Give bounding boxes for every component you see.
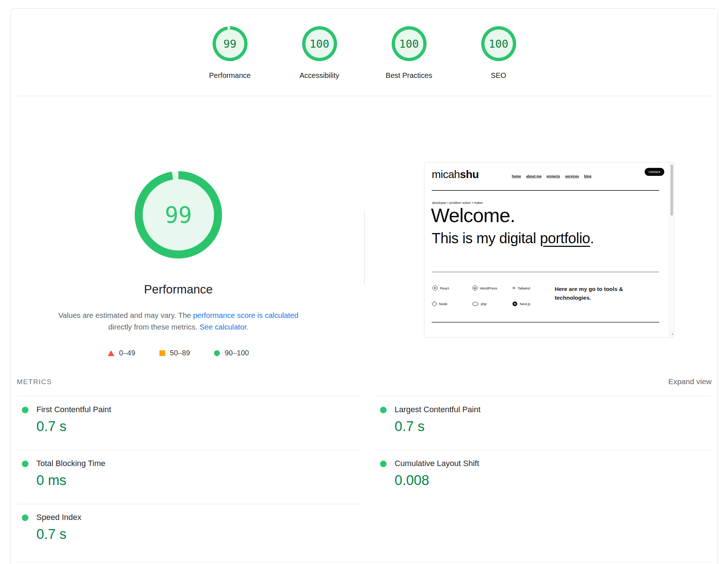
accessibility-score-label: Accessibility: [300, 71, 339, 80]
legend-average: 50–89: [159, 349, 190, 357]
pass-dot-icon: [380, 407, 387, 413]
summary-vertical-divider: [364, 211, 365, 284]
disclaimer-text-1: Values are estimated and may vary. The: [58, 311, 193, 319]
score-summary-row: 99 Performance 100 Accessibility 100 Bes…: [11, 26, 717, 80]
legend-fail-range: 0–49: [119, 349, 135, 357]
metric-total-blocking-time: Total Blocking Time 0 ms: [22, 457, 349, 500]
thumb-nav-about: about me: [526, 174, 541, 178]
metrics-section-title: METRICS: [17, 378, 52, 386]
thumb-tool-tailwind: ≈Tailwind: [513, 285, 553, 291]
score-best-practices[interactable]: 100 Best Practices: [380, 26, 438, 80]
metrics-divider-left-1: [17, 450, 360, 450]
react-icon: [432, 285, 438, 291]
thumb-nav-blog: blog: [584, 174, 592, 178]
lighthouse-report-card: 99 Performance 100 Accessibility 100 Bes…: [11, 8, 718, 564]
thumb-scrollbar-thumb[interactable]: [670, 165, 673, 216]
best-practices-score-value: 100: [399, 38, 419, 50]
score-performance[interactable]: 99 Performance: [201, 26, 259, 80]
expand-view-button[interactable]: Expand view: [668, 377, 712, 386]
thumb-tool-php: php: [472, 301, 513, 306]
metrics-divider-right-1: [375, 450, 711, 450]
accessibility-score-value: 100: [309, 38, 329, 50]
seo-gauge-icon: 100: [481, 26, 516, 61]
page-screenshot-thumbnail[interactable]: micahshu home about me projects services…: [424, 162, 674, 338]
nextjs-icon: N: [513, 301, 517, 306]
metric-cumulative-layout-shift: Cumulative Layout Shift 0.008: [380, 457, 708, 500]
thumb-tools-text: Here are my go to tools & technologies.: [555, 285, 640, 302]
pass-dot-icon: [380, 461, 387, 467]
thumb-section-divider: [432, 272, 659, 272]
tailwind-icon: ≈: [513, 286, 515, 290]
performance-score-value: 99: [223, 38, 236, 50]
metrics-bottom-divider: [17, 562, 711, 562]
score-disclaimer: Values are estimated and may vary. The p…: [33, 309, 324, 333]
thumb-nav-home: home: [512, 174, 521, 178]
performance-score-label: Performance: [209, 71, 251, 80]
seo-score-label: SEO: [491, 71, 506, 80]
thumb-nav-services: services: [565, 174, 579, 178]
thumb-site-logo: micahshu: [432, 168, 479, 181]
legend-pass-range: 90–100: [225, 349, 249, 357]
thumb-welcome-heading: Welcome.: [431, 204, 515, 226]
thumb-footer-divider: [432, 322, 659, 323]
header-divider: [17, 96, 711, 96]
pass-dot-icon: [22, 514, 28, 521]
thumb-portfolio-heading: This is my digital portfolio.: [432, 230, 594, 246]
thumb-tool-nextjs: NNext.js: [513, 301, 553, 306]
thumb-tool-react: React: [432, 285, 472, 291]
pass-circle-icon: [214, 350, 220, 356]
performance-gauge-icon: 99: [213, 26, 248, 61]
thumb-nav-projects: projects: [547, 174, 560, 178]
fail-triangle-icon: [108, 350, 114, 356]
legend-pass: 90–100: [214, 349, 249, 357]
metrics-divider-left-top: [17, 396, 360, 396]
metric-largest-contentful-paint: Largest Contentful Paint 0.7 s: [380, 403, 708, 446]
best-practices-gauge-icon: 100: [392, 26, 427, 61]
score-legend: 0–49 50–89 90–100: [11, 349, 346, 357]
see-calculator-link[interactable]: See calculator.: [199, 323, 248, 331]
average-square-icon: [159, 350, 165, 356]
thumb-scroll-arrow-icon: ▾: [672, 332, 673, 336]
best-practices-score-label: Best Practices: [386, 71, 432, 80]
pass-dot-icon: [22, 407, 28, 413]
node-icon: [432, 301, 438, 307]
legend-fail: 0–49: [108, 349, 135, 357]
disclaimer-text-2: directly from these metrics.: [108, 323, 199, 331]
metrics-divider-left-2: [17, 504, 360, 504]
score-accessibility[interactable]: 100 Accessibility: [290, 26, 349, 80]
performance-main-gauge: 99: [135, 171, 222, 259]
thumb-header-divider: [432, 190, 659, 191]
metric-first-contentful-paint: First Contentful Paint 0.7 s: [22, 403, 349, 446]
legend-average-range: 50–89: [170, 349, 190, 357]
seo-score-value: 100: [488, 38, 508, 50]
php-icon: [472, 302, 478, 306]
thumb-tools-grid: React WWordPress ≈Tailwind Node php NNex…: [432, 285, 553, 306]
performance-main-score: 99: [165, 202, 192, 228]
thumb-connect-button: connect: [645, 168, 664, 176]
wordpress-icon: W: [472, 285, 478, 291]
performance-section-title: Performance: [106, 283, 251, 296]
metric-speed-index: Speed Index 0.7 s: [22, 510, 349, 554]
thumb-tool-wordpress: WWordPress: [472, 285, 513, 291]
calc-explainer-link[interactable]: performance score is calculated: [193, 311, 298, 319]
thumb-portfolio-underline: portfolio: [540, 230, 590, 246]
thumb-site-nav: home about me projects services blog: [512, 174, 592, 178]
thumb-tool-node: Node: [432, 301, 472, 306]
metrics-divider-right-top: [375, 396, 711, 396]
score-seo[interactable]: 100 SEO: [470, 26, 528, 80]
accessibility-gauge-icon: 100: [302, 26, 337, 61]
pass-dot-icon: [22, 461, 28, 467]
thumb-scrollbar[interactable]: ▾: [669, 162, 674, 337]
